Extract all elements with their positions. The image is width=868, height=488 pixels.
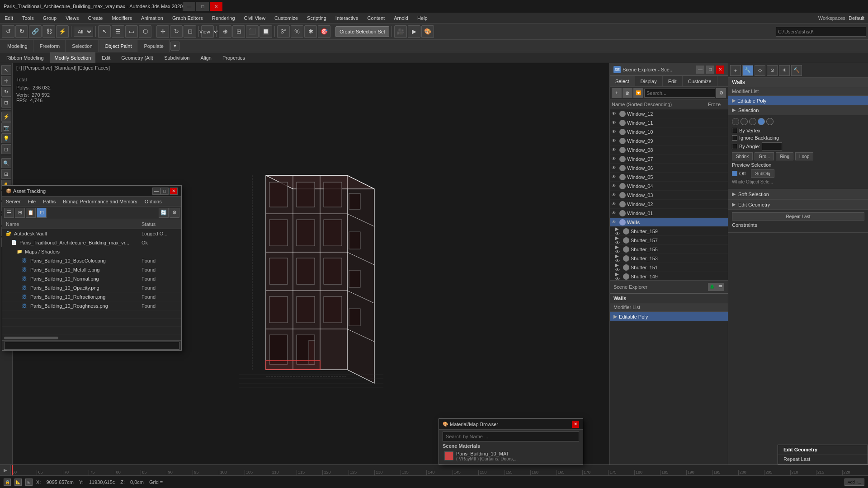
vertex-dot[interactable] [732, 118, 739, 125]
mode-subdivision[interactable]: Subdivision [160, 52, 194, 63]
list-item[interactable]: 👁Window_12 [610, 109, 728, 118]
mb-search-input[interactable] [443, 432, 579, 441]
at-img-opacity[interactable]: 🖼 Paris_Building_10_Opacity.png Found [2, 283, 181, 292]
tab-populate[interactable]: Populate [138, 40, 169, 52]
menu-scripting[interactable]: Scripting [302, 13, 331, 23]
list-item[interactable]: 👁Window_11 [610, 118, 728, 127]
menu-group[interactable]: Group [38, 13, 61, 23]
at-img-roughness[interactable]: 🖼 Paris_Building_10_Roughness.png Found [2, 301, 181, 310]
ignore-backfacing-checkbox[interactable] [732, 135, 737, 141]
se-options-btn[interactable]: ⚙ [716, 88, 726, 98]
menu-rendering[interactable]: Rendering [208, 13, 240, 23]
list-item[interactable]: 👁Window_02 [610, 200, 728, 209]
menu-edit[interactable]: Edit [0, 13, 18, 23]
menu-content[interactable]: Content [363, 13, 390, 23]
redo-button[interactable]: ↻ [15, 25, 28, 38]
rp-create-btn[interactable]: + [730, 65, 741, 76]
at-detail-view-btn[interactable]: 📋 [26, 208, 36, 218]
se-filter-btn[interactable]: 🔽 [633, 88, 643, 98]
tab-selection[interactable]: Selection [66, 40, 98, 52]
subobj-button[interactable]: SubObj [751, 169, 774, 178]
pivot-button[interactable]: ⊕ [219, 25, 231, 38]
snap-button[interactable]: 🎯 [318, 25, 330, 38]
se-add-btn[interactable]: + [612, 88, 622, 98]
at-menu-bitmap[interactable]: Bitmap Performance and Memory [59, 198, 141, 205]
render-button[interactable]: ▶ [408, 25, 420, 38]
by-angle-input[interactable]: 45,0 [762, 142, 782, 150]
at-restore-btn[interactable]: □ [160, 188, 169, 195]
mb-material-row[interactable]: Paris_Building_10_MAT ( VRayMtl ) [Curta… [443, 450, 579, 462]
at-vault-item[interactable]: 🔐 Autodesk Vault Logged O... [2, 229, 181, 238]
viewport-dropdown-btn[interactable]: View [201, 25, 214, 38]
rp-motion-btn[interactable]: ⊙ [767, 65, 778, 76]
list-item[interactable]: 👁Window_08 [610, 145, 728, 155]
edit-geometry-header[interactable]: ▶ Edit Geometry [728, 200, 868, 210]
move-button[interactable]: ✛ [156, 25, 169, 38]
align-button[interactable]: ⊞ [232, 25, 245, 38]
link-button[interactable]: 🔗 [29, 25, 42, 38]
mb-close-btn[interactable]: ✕ [572, 421, 579, 428]
menu-views[interactable]: Views [61, 13, 83, 23]
timeline-playhead[interactable] [12, 465, 13, 475]
maximize-button[interactable]: □ [196, 2, 209, 11]
tab-object-paint[interactable]: Object Paint [99, 40, 138, 52]
render-setup-button[interactable]: 🎥 [394, 25, 407, 38]
mode-ribbon-modeling[interactable]: Ribbon Modeling [2, 52, 48, 63]
se-tab-edit[interactable]: Edit [663, 76, 683, 86]
se-tab-select[interactable]: Select [610, 76, 635, 86]
menu-animation[interactable]: Animation [137, 13, 168, 23]
create-selection-set-button[interactable]: Create Selection Set [335, 26, 389, 37]
se-minimize-btn[interactable]: — [696, 66, 704, 74]
se-maximize-btn[interactable]: □ [706, 66, 714, 74]
se-list-btn[interactable]: ☰ [716, 283, 724, 291]
element-dot[interactable] [766, 118, 774, 125]
at-img-refraction[interactable]: 🖼 Paris_Building_10_Refraction.png Found [2, 292, 181, 301]
editable-poly-modifier[interactable]: ▶ Editable Poly [610, 312, 728, 321]
rp-hierarchy-btn[interactable]: ◇ [755, 65, 765, 76]
scale-tool-btn[interactable]: ⊡ [1, 98, 11, 108]
at-menu-file[interactable]: File [24, 198, 39, 205]
menu-customize[interactable]: Customize [270, 13, 302, 23]
at-maps-folder-item[interactable]: 📁 Maps / Shaders [2, 247, 181, 256]
menu-civil-view[interactable]: Civil View [240, 13, 270, 23]
list-item[interactable]: 👁Window_03 [610, 191, 728, 200]
list-item[interactable]: ▶👁Shutter_159 [610, 227, 728, 236]
ring-button[interactable]: Ring [776, 152, 793, 160]
path-input[interactable]: C:\Users\dshsd\ [776, 27, 866, 37]
close-button[interactable]: ✕ [210, 2, 222, 11]
timeline[interactable]: ▶ 60 65 70 75 80 85 90 95 100 105 110 11… [0, 465, 868, 475]
mode-geometry-all[interactable]: Geometry (All) [117, 52, 158, 63]
se-tab-customize[interactable]: Customize [683, 76, 717, 86]
at-menu-server[interactable]: Server [2, 198, 24, 205]
list-item[interactable]: 👁Window_06 [610, 164, 728, 173]
filter-dropdown[interactable]: All [74, 27, 93, 37]
mode-properties[interactable]: Properties [218, 52, 250, 63]
percent-snap-button[interactable]: % [291, 25, 303, 38]
at-list-view-btn[interactable]: ☰ [4, 208, 14, 218]
polygon-dot[interactable] [758, 118, 765, 125]
paint-select-button[interactable]: ⬡ [139, 25, 151, 38]
rp-modify-btn[interactable]: 🔧 [742, 65, 753, 76]
array-button[interactable]: 🔲 [259, 25, 272, 38]
move-tool-btn[interactable]: ✛ [1, 76, 11, 86]
mode-align[interactable]: Align [196, 52, 216, 63]
list-item[interactable]: ▶👁Shutter_153 [610, 254, 728, 263]
expand-ribbon-button[interactable]: ▼ [170, 42, 179, 51]
ctx-repeat-last[interactable]: Repeat Last [778, 455, 868, 464]
list-item[interactable]: 👁Window_09 [610, 136, 728, 145]
spinner-snap-button[interactable]: ✱ [304, 25, 317, 38]
rp-utilities-btn[interactable]: 🔨 [791, 65, 802, 76]
list-item[interactable]: ▶👁Shutter_155 [610, 245, 728, 254]
zoom-all-btn[interactable]: ⊞ [1, 169, 11, 179]
list-item-walls[interactable]: 👁Walls [610, 218, 728, 227]
selection-section-header[interactable]: ▶ Selection [728, 105, 868, 115]
by-angle-checkbox[interactable] [732, 144, 737, 149]
se-tab-display[interactable]: Display [635, 76, 663, 86]
at-icon-view-btn[interactable]: ⊞ [15, 208, 25, 218]
list-item[interactable]: 👁Window_01 [610, 209, 728, 218]
menu-graph-editors[interactable]: Graph Editors [168, 13, 208, 23]
rotate-tool-btn[interactable]: ↻ [1, 87, 11, 97]
grid-icon[interactable]: ⊞ [25, 479, 33, 486]
bind-button[interactable]: ⚡ [56, 25, 69, 38]
rp-display-btn[interactable]: ☀ [779, 65, 790, 76]
